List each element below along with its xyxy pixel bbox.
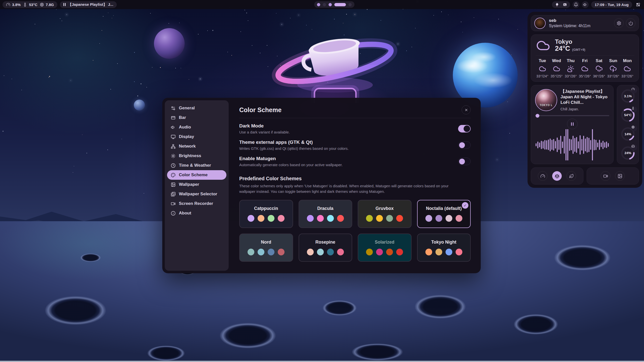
sidebar-item-bar[interactable]: Bar [167,113,226,122]
toggle-title: Theme external apps (GTK & Qt) [239,140,349,145]
sidebar-item-audio[interactable]: Audio [167,122,226,132]
media-player-card: TOKYO L 【Japanese Playlist】 Japan All Ni… [531,85,614,164]
forecast-day: Sun 33°/26° [607,58,620,78]
theme-external-texts: Theme external apps (GTK & Qt) Writes GT… [239,140,349,151]
matugen-toggle[interactable] [458,158,471,165]
network-icon [171,144,176,149]
pet-tray-icon[interactable] [555,3,559,7]
media-progress-bar[interactable] [535,115,609,116]
sidebar-item-label: Audio [179,125,191,130]
profile-power-saver-button[interactable] [567,171,576,181]
cloud-lightning-icon [610,65,617,72]
purple-planet [154,28,185,59]
sidebar-item-brightness[interactable]: Brightness [167,151,226,161]
dark-mode-toggle[interactable] [458,125,471,132]
toggle-title: Enable Matugen [239,156,343,161]
theme-external-toggle[interactable] [458,141,471,149]
play-pause-button[interactable] [567,119,578,129]
color-swatch [268,215,274,222]
sidebar-item-label: About [179,211,191,216]
scheme-card-nord[interactable]: Nord [239,234,293,262]
close-button[interactable] [462,105,471,114]
clock-pill[interactable]: 17:09 - Tue, 19 Aug [591,1,632,8]
weather-header: Tokyo 24°C (GMT+9) [536,38,634,53]
media-pill[interactable]: 【Japanese Playlist】 J... [60,1,117,8]
sidebar-item-about[interactable]: About [167,208,226,218]
workspace-dot-focused[interactable] [334,3,346,6]
media-progress-knob[interactable] [536,114,539,118]
media-info: TOKYO L 【Japanese Playlist】 Japan All Ni… [535,89,609,111]
wallpaper-button[interactable] [615,171,625,181]
color-swatch [376,249,383,255]
sidebar-item-wallpaper-selector[interactable]: Wallpaper Selector [167,189,226,199]
cloud-icon [553,65,560,72]
profile-balanced-button[interactable] [552,171,562,181]
workspace-dot-empty[interactable] [348,3,352,6]
color-swatch [278,215,285,222]
thermometer-icon [23,3,27,7]
sidebar-item-network[interactable]: Network [167,142,226,151]
speaker-icon [583,3,587,7]
speedometer-icon [540,174,545,178]
sidebar-item-screen-recorder[interactable]: Screen Recorder [167,199,226,208]
scheme-card-noctalia-selected[interactable]: ✓ Noctalia (default) [417,200,471,228]
sidebar-item-display[interactable]: Display [167,132,226,142]
scheme-card-solarized[interactable]: Solarized [358,234,412,262]
wallpaper-tray-icon[interactable] [563,3,567,7]
close-icon [464,108,468,112]
memory-value: 7.8G [46,3,54,7]
album-art-text: TOKYO L [536,104,557,107]
workspace-dot-empty[interactable] [323,3,326,6]
color-swatch [366,249,373,255]
media-row: TOKYO L 【Japanese Playlist】 Japan All Ni… [531,85,639,164]
color-swatch [317,215,324,222]
weather-now: Tokyo 24°C (GMT+9) [555,38,585,53]
divider [536,56,634,56]
color-swatch [337,249,344,255]
color-swatch [307,215,314,222]
scheme-card-dracula[interactable]: Dracula [299,200,352,228]
volume-button[interactable] [582,1,589,8]
color-swatch [446,215,452,222]
color-swatch [327,215,334,222]
sidebar-item-wallpaper[interactable]: Wallpaper [167,180,226,189]
cloud-icon [624,65,631,72]
toggle-desc: Writes GTK (gtk.css) and Qt (qt6ct) them… [239,146,349,151]
overview-button[interactable] [635,1,641,8]
workspace-indicator[interactable] [314,1,354,8]
sidebar-item-time-weather[interactable]: Time & Weather [167,161,226,170]
scheme-swatches [366,249,403,255]
workspace-dot-occupied[interactable] [317,3,320,6]
scheme-swatches [366,215,403,222]
scheme-card-rosepine[interactable]: Rosepine [299,234,352,262]
toggle-title: Dark Mode [239,123,290,129]
user-name: seb [549,18,590,23]
top-bar: 3.8% 53°C 7.8G 【Japanese Playlist】 J... [0,0,644,9]
settings-button[interactable] [614,18,624,28]
scheme-card-gruvbox[interactable]: Gruvbox [358,200,412,228]
scheme-name: Nord [261,240,271,245]
forecast-day: Tue 33°/24° [536,58,549,78]
divider [239,118,471,118]
sidebar-item-color-scheme[interactable]: Color Scheme [167,170,226,180]
settings-content: Color Scheme Dark Mode Use a dark varian… [229,100,478,271]
power-button[interactable] [626,18,635,28]
media-pill-label: 【Japanese Playlist】 J... [68,2,113,7]
bento-grid-icon [636,3,640,7]
scheme-card-tokyo-night[interactable]: Tokyo Night [417,234,471,262]
sidebar-item-general[interactable]: General [167,103,226,113]
gear-icon [617,21,621,26]
notifications-button[interactable] [573,1,579,8]
screen-recorder-button[interactable] [601,171,610,181]
day-temps: 35°/26° [579,74,591,78]
profile-performance-button[interactable] [538,171,547,181]
system-stats-pill[interactable]: 3.8% 53°C 7.8G [3,1,57,8]
workspace-dot-occupied[interactable] [329,3,332,6]
cpu-usage-value: 3.8% [12,3,21,7]
matugen-row: Enable Matugen Automatically generate co… [239,156,471,167]
scheme-name: Rosepine [315,240,335,245]
color-swatch [248,249,254,255]
scheme-card-catppuccin[interactable]: Catppuccin [239,200,293,228]
info-icon [171,211,176,216]
day-label: Sun [609,58,617,63]
